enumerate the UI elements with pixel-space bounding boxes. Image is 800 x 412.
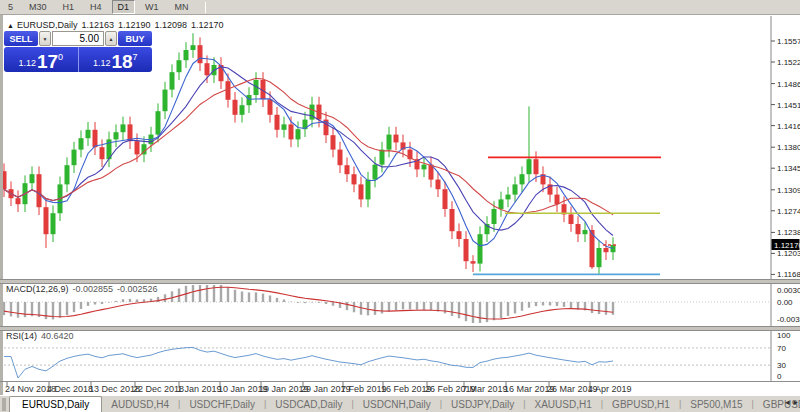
candle-body (394, 135, 399, 143)
ohlc-high: 1.12190 (118, 20, 151, 30)
rsi-indicator-label: RSI(14)40.6420 (6, 331, 74, 341)
candle-body (513, 184, 518, 194)
date-label: 4 Apr 2019 (588, 384, 632, 394)
date-label: 4 Dec 2018 (47, 384, 93, 394)
candle-body (534, 159, 539, 174)
period-button-h1[interactable]: H1 (57, 0, 81, 14)
candle-body (352, 174, 357, 184)
price-tick-label: 1.13800 (777, 143, 800, 152)
period-button-5[interactable]: 5 (2, 0, 19, 14)
candle-body (506, 195, 511, 200)
candle-body (72, 150, 77, 166)
candle-body (163, 90, 168, 112)
buy-price-quote[interactable]: 1.12 18 7 (79, 47, 153, 72)
chart-tab-usdjpy-daily[interactable]: USDJPY,Daily (442, 398, 523, 411)
window-left-border (0, 15, 3, 395)
period-button-w1[interactable]: W1 (139, 0, 165, 14)
candle-body (44, 207, 49, 234)
candle-body (30, 174, 35, 183)
price-tick-label: 1.15220 (777, 58, 800, 67)
chart-tab-xauusd-h1[interactable]: XAUUSD,H1 (526, 398, 601, 411)
rsi-name: RSI(14) (6, 331, 37, 341)
rsi-value: 40.6420 (41, 331, 74, 341)
chart-tab-usdcad-daily[interactable]: USDCAD,Daily (266, 398, 351, 411)
rsi-axis-label: 0 (777, 372, 782, 381)
volume-input[interactable]: 5.00 (52, 31, 104, 46)
chart-tab-usdchf-daily[interactable]: USDCHF,Daily (180, 398, 264, 411)
candle-body (499, 199, 504, 209)
candle-body (527, 159, 532, 174)
candle-body (366, 180, 371, 200)
sell-price-quote[interactable]: 1.12 17 0 (4, 47, 79, 72)
candle-body (37, 174, 42, 207)
candle-body (464, 239, 469, 261)
tabs-scroll-right-icon[interactable]: ▸ (793, 397, 798, 407)
ohlc-low: 1.12098 (155, 20, 188, 30)
chart-tab-gbpusd-h1[interactable]: GBPUSD,H1 (603, 398, 679, 411)
chart-tab-bar: EURUSD,DailyAUDUSD,H4|USDCHF,Daily|USDCA… (0, 395, 800, 412)
candle-body (177, 60, 182, 72)
current-price-label: 1.12170 (774, 241, 800, 250)
period-button-h4[interactable]: H4 (84, 0, 108, 14)
price-tick-label: 1.12030 (777, 249, 800, 258)
candle-body (282, 124, 287, 129)
sell-button[interactable]: SELL (4, 31, 38, 46)
date-label: 7 Mar 2019 (462, 384, 508, 394)
chart-tab-sp500-m15[interactable]: SP500,M15 (681, 398, 751, 411)
candle-body (443, 189, 448, 209)
candle-body (345, 165, 350, 174)
chart-tab-audusd-h4[interactable]: AUDUSD,H4 (102, 398, 178, 411)
macd-signal-value: -0.002526 (117, 284, 158, 294)
candle-body (268, 99, 273, 115)
period-button-d1[interactable]: D1 (112, 0, 136, 14)
candle-body (65, 165, 70, 184)
candle-body (457, 231, 462, 239)
candle-body (604, 248, 609, 252)
candle-body (359, 184, 364, 199)
candle-body (296, 129, 301, 139)
price-tick-label: 1.14510 (777, 101, 800, 110)
rsi-line (4, 347, 613, 378)
candle-body (51, 213, 56, 234)
candle-body (492, 209, 497, 224)
candle-body (226, 81, 231, 100)
macd-main-value: -0.002855 (73, 284, 114, 294)
toolbar-separator (205, 2, 206, 13)
period-button-m30[interactable]: M30 (23, 0, 53, 14)
volume-increase-button[interactable]: ▲ (105, 31, 117, 46)
candle-body (436, 180, 441, 190)
candle-body (184, 50, 189, 60)
sell-price-point: 0 (58, 52, 63, 62)
volume-decrease-button[interactable]: ▼ (39, 31, 51, 46)
macd-name: MACD(12,26,9) (6, 284, 69, 294)
buy-button[interactable]: BUY (118, 31, 152, 46)
chart-tab-eurusd-daily[interactable]: EURUSD,Daily (9, 396, 102, 412)
candle-body (576, 224, 581, 234)
price-tick-label: 1.13450 (777, 164, 800, 173)
pane-splitter-rsi[interactable] (0, 326, 800, 331)
one-click-trading-widget: SELL ▼ 5.00 ▲ BUY 1.12 17 0 1.12 18 7 (4, 31, 152, 72)
price-tick-label: 1.13090 (777, 186, 800, 195)
candle-body (93, 130, 98, 147)
sell-price-pips: 17 (37, 53, 58, 70)
chart-tab-usdcnh-daily[interactable]: USDCNH,Daily (354, 398, 440, 411)
tabs-scroll-left-icon[interactable]: ◂ (785, 397, 790, 407)
candle-body (240, 105, 245, 115)
candle-body (583, 230, 588, 234)
candle-body (275, 115, 280, 130)
candle-body (331, 135, 336, 149)
candle-body (478, 234, 483, 263)
ohlc-open: 1.12163 (81, 20, 114, 30)
period-button-mn[interactable]: MN (169, 0, 195, 14)
candle-body (191, 45, 196, 50)
candle-body (100, 147, 105, 159)
date-label: 7 Feb 2019 (341, 384, 387, 394)
macd-axis-label: 0.003095 (777, 286, 800, 295)
sell-price-prefix: 1.12 (18, 58, 36, 68)
candle-body (569, 214, 574, 224)
candle-body (156, 111, 161, 134)
tabbar-grip[interactable] (2, 398, 6, 411)
candle-body (16, 198, 21, 204)
collapse-panel-icon[interactable]: ▲ (7, 22, 14, 29)
candle-body (555, 195, 560, 205)
